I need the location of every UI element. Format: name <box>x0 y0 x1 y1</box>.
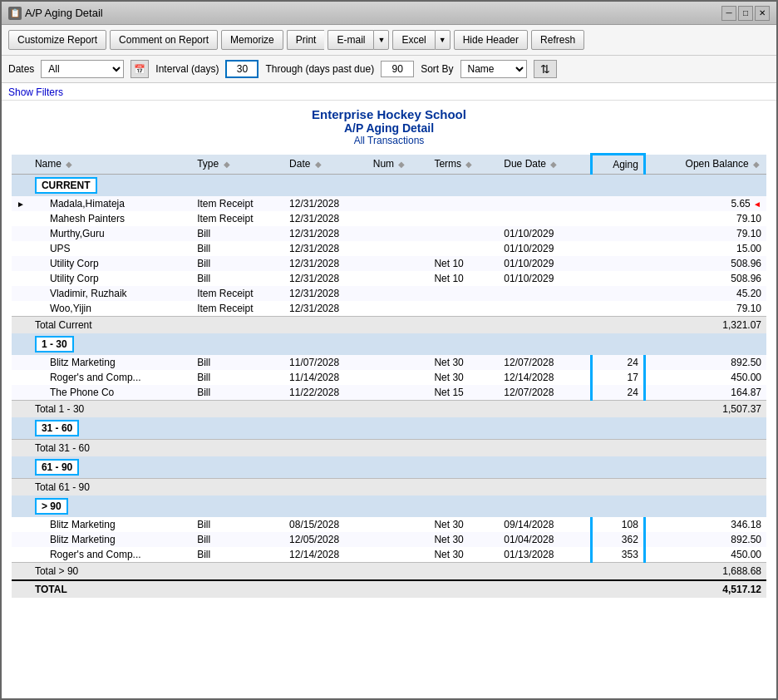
table-row[interactable]: Utility Corp Bill 12/31/2028 Net 10 01/1… <box>12 256 766 271</box>
row-arrow <box>12 532 30 547</box>
section-badge: > 90 <box>35 498 68 515</box>
dates-select[interactable]: All <box>41 60 124 78</box>
row-arrow <box>12 370 30 385</box>
total-label: Total 31 - 60 <box>30 440 644 457</box>
calendar-button[interactable]: 📅 <box>130 60 149 78</box>
excel-dropdown-button[interactable]: ▼ <box>435 30 451 50</box>
section-label-cell: > 90 <box>30 495 766 517</box>
row-date: 12/31/2028 <box>284 226 368 241</box>
restore-button[interactable]: □ <box>738 6 753 21</box>
row-arrow <box>12 547 30 563</box>
row-num <box>368 286 430 301</box>
memorize-button[interactable]: Memorize <box>221 30 283 50</box>
row-type: Bill <box>192 517 284 532</box>
table-row[interactable]: Blitz Marketing Bill 08/15/2028 Net 30 0… <box>12 517 766 532</box>
row-open-balance: 5.65 ◄ <box>644 196 766 211</box>
row-date: 12/31/2028 <box>284 271 368 286</box>
section-header-1-30: 1 - 30 <box>12 333 766 355</box>
total-value: 1,507.37 <box>644 401 766 418</box>
through-label: Through (days past due) <box>265 63 374 75</box>
row-open-balance: 79.10 <box>644 211 766 226</box>
row-terms: Net 10 <box>429 256 499 271</box>
table-row[interactable]: Murthy,Guru Bill 12/31/2028 01/10/2029 7… <box>12 226 766 241</box>
section-header-current: CURRENT <box>12 175 766 197</box>
row-open-balance: 450.00 <box>644 370 766 385</box>
grand-total-row: TOTAL 4,517.12 <box>12 580 766 598</box>
row-aging: 362 <box>591 532 644 547</box>
title-bar-left: 📋 A/P Aging Detail <box>8 7 103 20</box>
row-due-date: 09/14/2028 <box>499 517 591 532</box>
interval-input[interactable] <box>225 60 259 78</box>
row-terms: Net 10 <box>429 271 499 286</box>
email-button[interactable]: E-mail <box>327 30 373 50</box>
row-num <box>368 256 430 271</box>
minimize-button[interactable]: ─ <box>721 6 736 21</box>
row-arrow <box>12 355 30 370</box>
table-row[interactable]: UPS Bill 12/31/2028 01/10/2029 15.00 <box>12 241 766 256</box>
row-arrow <box>12 385 30 401</box>
table-row[interactable]: The Phone Co Bill 11/22/2028 Net 15 12/0… <box>12 385 766 401</box>
interval-label: Interval (days) <box>155 63 219 75</box>
row-terms: Net 30 <box>429 547 499 563</box>
table-row[interactable]: Vladimir, Ruzhaik Item Receipt 12/31/202… <box>12 286 766 301</box>
table-row[interactable]: Roger's and Comp... Bill 12/14/2028 Net … <box>12 547 766 563</box>
row-due-date <box>499 196 591 211</box>
email-dropdown-button[interactable]: ▼ <box>373 30 389 50</box>
section-header-61-90: 61 - 90 <box>12 456 766 479</box>
row-arrow <box>12 226 30 241</box>
section-badge: 1 - 30 <box>35 336 74 352</box>
row-terms: Net 15 <box>429 385 499 401</box>
row-type: Bill <box>192 226 284 241</box>
table-row[interactable]: Mahesh Painters Item Receipt 12/31/2028 … <box>12 211 766 226</box>
table-row[interactable]: Blitz Marketing Bill 12/05/2028 Net 30 0… <box>12 532 766 547</box>
section-arrow-cell <box>12 175 30 197</box>
through-input[interactable] <box>381 61 414 77</box>
table-row[interactable]: Blitz Marketing Bill 11/07/2028 Net 30 1… <box>12 355 766 370</box>
show-filters-link[interactable]: Show Filters <box>8 86 63 98</box>
comment-on-report-button[interactable]: Comment on Report <box>110 30 218 50</box>
row-due-date: 12/07/2028 <box>499 355 591 370</box>
table-row[interactable]: ► Madala,Himateja Item Receipt 12/31/202… <box>12 196 766 211</box>
row-due-date: 12/07/2028 <box>499 385 591 401</box>
row-aging <box>591 211 644 226</box>
total-label: Total 61 - 90 <box>30 479 644 496</box>
excel-button[interactable]: Excel <box>392 30 434 50</box>
row-date: 12/31/2028 <box>284 286 368 301</box>
main-window: 📋 A/P Aging Detail ─ □ ✕ Customize Repor… <box>0 0 778 700</box>
section-badge: 61 - 90 <box>35 459 79 476</box>
row-aging <box>591 196 644 211</box>
row-type: Bill <box>192 370 284 385</box>
grand-total-arrow <box>12 580 30 598</box>
close-button[interactable]: ✕ <box>755 6 770 21</box>
row-date: 12/31/2028 <box>284 241 368 256</box>
row-num <box>368 385 430 401</box>
report-date: 12/31/28 <box>12 101 47 103</box>
section-label-cell: 31 - 60 <box>30 417 766 440</box>
report-meta: 4:00 PM 12/31/28 <box>12 101 47 103</box>
customize-report-button[interactable]: Customize Report <box>8 30 106 50</box>
table-row[interactable]: Roger's and Comp... Bill 11/14/2028 Net … <box>12 370 766 385</box>
sort-order-button[interactable]: ⇅ <box>534 60 557 78</box>
th-date: Date ◆ <box>284 155 368 175</box>
table-row[interactable]: Utility Corp Bill 12/31/2028 Net 10 01/1… <box>12 271 766 286</box>
hide-header-button[interactable]: Hide Header <box>454 30 528 50</box>
row-terms: Net 30 <box>429 532 499 547</box>
sort-select[interactable]: Name <box>460 60 527 78</box>
row-name: Roger's and Comp... <box>30 547 192 563</box>
row-name: Blitz Marketing <box>30 532 192 547</box>
total-arrow <box>12 563 30 581</box>
row-open-balance: 15.00 <box>644 241 766 256</box>
row-due-date <box>499 286 591 301</box>
report-area: 4:00 PM 12/31/28 Enterprise Hockey Schoo… <box>2 101 776 698</box>
row-aging <box>591 256 644 271</box>
refresh-button[interactable]: Refresh <box>531 30 584 50</box>
row-terms <box>429 196 499 211</box>
section-label-cell: 61 - 90 <box>30 456 766 479</box>
row-terms <box>429 211 499 226</box>
table-row[interactable]: Woo,Yijin Item Receipt 12/31/2028 79.10 <box>12 301 766 317</box>
row-due-date <box>499 211 591 226</box>
row-arrow <box>12 271 30 286</box>
row-aging: 17 <box>591 370 644 385</box>
print-button[interactable]: Print <box>287 30 325 50</box>
print-split-button: Print <box>287 30 325 50</box>
